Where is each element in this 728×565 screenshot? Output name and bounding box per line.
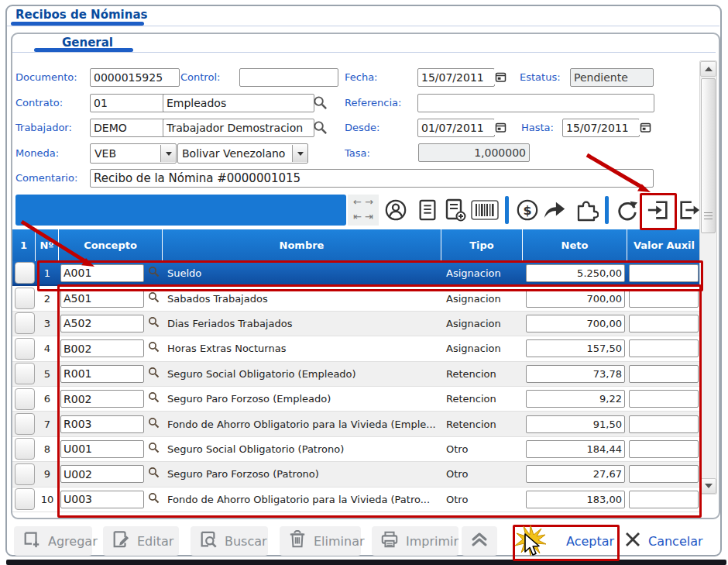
concepto-cell-field[interactable] [60,365,144,383]
row-selector-button[interactable] [15,488,35,510]
aceptar-button[interactable]: Aceptar [519,526,614,556]
valor-auxiliar-cell-field[interactable] [629,440,699,458]
row-selector-button[interactable] [15,463,35,485]
documento-field[interactable] [90,68,180,87]
col-header-valor-auxiliar[interactable]: Valor Auxil [627,229,701,261]
concepto-search-icon[interactable] [148,316,160,331]
valor-auxiliar-cell-field[interactable] [629,339,699,357]
neto-cell-field[interactable] [526,365,625,383]
valor-auxiliar-cell-field[interactable] [629,390,699,408]
valor-auxiliar-cell-field[interactable] [629,264,699,282]
moneda-name-dropdown[interactable]: Bolivar Venezolano [177,143,308,164]
row-selector-button[interactable] [15,438,35,460]
table-row[interactable]: 6 Seguro Paro Forzoso (Empleado) Retenci… [12,387,701,412]
contrato-search-icon[interactable] [313,95,328,113]
contrato-name-field[interactable] [163,94,314,112]
row-selector-button[interactable] [15,388,35,410]
neto-cell-field[interactable] [526,390,625,408]
concepto-cell-field[interactable] [60,390,144,408]
scrollbar-up-icon[interactable] [700,61,716,77]
fecha-field[interactable] [417,68,495,87]
concepto-search-icon[interactable] [148,266,160,281]
refresh-icon[interactable] [615,198,640,222]
valor-auxiliar-cell-field[interactable] [629,465,699,483]
concepto-search-icon[interactable] [148,417,160,432]
imprimir-button[interactable]: Imprimir [372,526,458,556]
desde-field[interactable] [417,119,495,137]
moneda-name-dropdown-arrow-icon[interactable] [292,145,307,162]
neto-cell-field[interactable] [526,339,625,357]
col-header-tipo[interactable]: Tipo [441,229,523,261]
concepto-cell-field[interactable] [60,491,144,508]
document-add-icon[interactable] [443,198,468,222]
document-icon[interactable] [415,198,440,222]
table-row[interactable]: 1 Sueldo Asignacion [12,261,701,286]
table-row[interactable]: 7 Fondo de Ahorro Obligatorio para la Vi… [12,412,701,436]
trabajador-search-icon[interactable] [313,120,328,138]
row-selector-button[interactable] [15,338,35,360]
neto-cell-field[interactable] [526,264,625,282]
concepto-search-icon[interactable] [148,341,160,356]
neto-cell-field[interactable] [526,415,625,433]
collapse-button[interactable] [462,526,497,556]
concepto-cell-field[interactable] [60,290,144,308]
col-header-selector[interactable]: 1 [12,229,36,261]
concepto-search-icon[interactable] [148,367,160,381]
table-row[interactable]: 4 Horas Extras Nocturnas Asignacion [12,336,701,361]
row-selector-button[interactable] [15,312,35,334]
moneda-code-dropdown-arrow-icon[interactable] [160,145,176,162]
import-icon[interactable] [646,198,671,222]
scrollbar-thumb[interactable] [701,78,716,233]
desde-calendar-icon[interactable] [494,119,507,135]
barcode-icon[interactable] [471,200,499,220]
trabajador-name-field[interactable] [163,119,314,137]
table-row[interactable]: 8 Seguro Social Obligatorio (Patrono) Ot… [12,437,701,462]
user-icon[interactable] [383,198,408,222]
valor-auxiliar-cell-field[interactable] [629,290,699,308]
row-selector-button[interactable] [15,413,35,435]
fecha-calendar-icon[interactable] [494,69,507,84]
valor-auxiliar-cell-field[interactable] [629,415,699,433]
col-header-neto[interactable]: Neto [523,229,627,261]
concepto-cell-field[interactable] [60,465,144,483]
valor-auxiliar-cell-field[interactable] [629,491,699,508]
row-selector-button[interactable] [15,288,35,309]
row-selector-button[interactable] [15,262,35,284]
export-icon[interactable] [677,198,702,222]
concepto-search-icon[interactable] [148,391,160,406]
neto-cell-field[interactable] [526,491,625,508]
scrollbar-down-icon[interactable] [700,478,716,494]
row-selector-button[interactable] [15,363,35,384]
concepto-search-icon[interactable] [148,291,160,306]
valor-auxiliar-cell-field[interactable] [629,315,699,332]
referencia-field[interactable] [417,94,654,112]
buscar-button[interactable]: Buscar [191,526,268,556]
col-header-numero[interactable]: Nº [36,229,59,261]
agregar-button[interactable]: Agregar [14,526,92,556]
neto-cell-field[interactable] [526,440,625,458]
contrato-code-field[interactable] [90,94,166,112]
col-header-nombre[interactable]: Nombre [163,229,441,261]
comentario-field[interactable] [90,169,654,188]
editar-button[interactable]: Editar [103,526,179,556]
hasta-calendar-icon[interactable] [639,119,652,135]
hasta-field[interactable] [562,119,640,137]
eliminar-button[interactable]: Eliminar [280,526,361,556]
plugin-puzzle-icon[interactable] [574,198,599,222]
concepto-cell-field[interactable] [60,264,144,282]
table-row[interactable]: 10 Fondo de Ahorro Obligatorio para la V… [12,487,701,512]
table-row[interactable]: 2 Sabados Trabajados Asignacion [12,286,701,311]
concepto-search-icon[interactable] [148,492,160,507]
concepto-search-icon[interactable] [148,442,160,456]
currency-dollar-icon[interactable]: $ [515,198,540,222]
forward-arrow-icon[interactable] [542,198,567,222]
concepto-cell-field[interactable] [60,339,144,357]
trabajador-code-field[interactable] [90,119,166,137]
table-row[interactable]: 3 Dias Feriados Trabajados Asignacion [12,312,701,336]
table-row[interactable]: 9 Seguro Paro Forzoso (Patrono) Otro [12,462,701,487]
neto-cell-field[interactable] [526,465,625,483]
neto-cell-field[interactable] [526,315,625,332]
col-header-concepto[interactable]: Concepto [59,229,163,261]
concepto-cell-field[interactable] [60,440,144,458]
record-nav-arrows-icon[interactable]: ← →⇤ ⇥ [348,195,379,226]
